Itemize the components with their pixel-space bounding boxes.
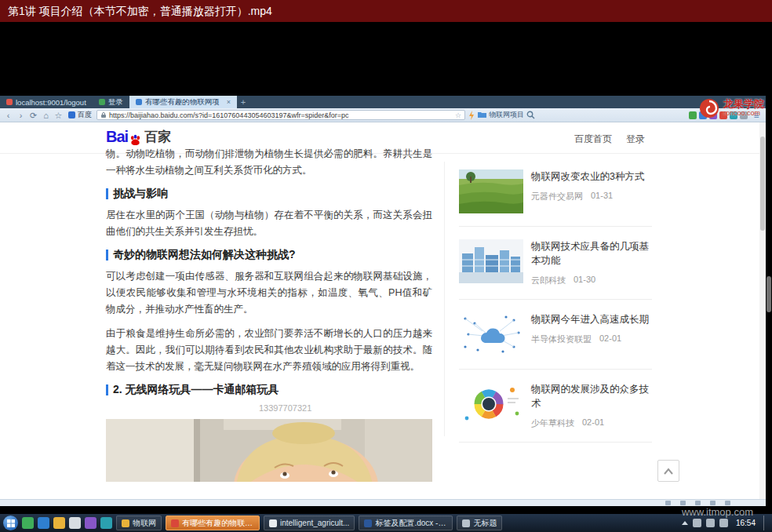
article-photo-child (106, 419, 432, 482)
status-tool-icon[interactable] (725, 501, 730, 505)
browser-status-bar (0, 499, 766, 506)
baidu-bookmark-button[interactable]: 百度 (66, 110, 94, 120)
network-icon[interactable] (719, 519, 728, 527)
new-tab-button[interactable]: + (237, 96, 249, 108)
related-source: 少年草科技 (531, 417, 574, 429)
baidu-bookmark-label: 百度 (78, 110, 92, 120)
article-heading: 奇妙的物联网想法如何解决这种挑战? (106, 248, 432, 262)
related-article-item[interactable]: 物联网改变农业的3种方式 元器件交易网 01-31 (459, 157, 652, 227)
url-text: https://baijiahao.baidu.com/s?id=1610760… (109, 111, 453, 119)
thumb-buildings (459, 239, 523, 283)
taskbar-clock[interactable]: 16:54 (733, 519, 759, 527)
page-scrollbar-thumb[interactable] (760, 137, 765, 231)
address-bar[interactable]: https://baijiahao.baidu.com/s?id=1610760… (96, 110, 465, 120)
browser-window: localhost:9001/logout 登录 有哪些有趣的物联网项 × + … (0, 96, 766, 506)
video-player: 第1讲 项目介绍（本节不加密，普通播放器打开）.mp4 localhost:90… (0, 0, 772, 532)
tab-label: 有哪些有趣的物联网项 (145, 97, 220, 107)
logo-bai-text: Bai (106, 128, 128, 146)
related-title: 物联网的发展涉及的众多技术 (531, 382, 649, 410)
related-articles-sidebar: 物联网改变农业的3种方式 元器件交易网 01-31 (459, 157, 652, 443)
notepad-icon (462, 519, 470, 527)
quick-launch-icon[interactable] (100, 517, 112, 529)
chevron-up-icon (663, 468, 674, 475)
roncoo-swirl-icon (698, 97, 720, 119)
article-paragraph: 物。动物吃植物，而动物们排泄物为植物生长提供必需的肥料。养耕共生是一种将水生动植… (106, 146, 432, 179)
volume-icon[interactable] (706, 519, 715, 527)
status-tool-icon[interactable] (710, 501, 716, 505)
lightning-icon[interactable] (468, 111, 475, 120)
taskbar-item-notepad[interactable]: 无标题 (457, 516, 502, 530)
browser-icon (171, 519, 179, 527)
tab-favicon-icon (136, 99, 142, 105)
taskbar-item-folder[interactable]: 物联网 (116, 516, 162, 530)
input-method-icon[interactable] (693, 519, 701, 527)
heading-accent-bar (106, 188, 108, 199)
windows-taskbar: 物联网 有哪些有趣的物联网项目 intelligent_agricult... … (0, 514, 772, 532)
close-icon[interactable]: × (227, 98, 231, 106)
favorite-star-icon[interactable]: ☆ (53, 109, 64, 122)
quick-launch-icon[interactable] (38, 517, 49, 529)
related-title: 物联网改变农业的3种方式 (531, 169, 649, 184)
related-source: 云郎科技 (531, 275, 566, 286)
roncoo-brand-logo: 龙果学院 roncoo.com (698, 97, 764, 119)
related-article-item[interactable]: 物联网今年进入高速成长期 半导体投资联盟 02-01 (459, 300, 652, 370)
login-link[interactable]: 登录 (626, 133, 645, 146)
bookmark-star-icon[interactable]: ☆ (455, 111, 461, 119)
roncoo-domain: roncoo.com (723, 110, 764, 117)
article-heading: 挑战与影响 (106, 187, 432, 201)
related-date: 02-01 (582, 417, 604, 429)
folder-icon (478, 111, 486, 118)
video-title: 第1讲 项目介绍（本节不加密，普通播放器打开）.mp4 (8, 5, 272, 17)
baidu-home-link[interactable]: 百度首页 (574, 133, 612, 146)
tray-expand-icon[interactable] (682, 521, 688, 525)
itmop-watermark: www.itmop.com (682, 506, 753, 518)
related-date: 01-31 (591, 191, 613, 202)
related-article-item[interactable]: 物联网的发展涉及的众多技术 少年草科技 02-01 (459, 370, 652, 443)
extension-icon[interactable] (689, 111, 697, 119)
refresh-icon[interactable]: ⟳ (28, 109, 38, 122)
start-button[interactable] (3, 516, 18, 530)
browser-tab-bar: localhost:9001/logout 登录 有哪些有趣的物联网项 × + (0, 96, 766, 108)
article-paragraph: 居住在水里的两个王国（动物与植物）存在着不平衡的关系，而这关系会扭曲他们的共生关… (106, 207, 432, 240)
webpage-baijiahao: Bai 百家 百度首页 登录 物。动物吃植物，而动物们排泄物为植物生长提供必需 (0, 122, 766, 499)
tab-localhost[interactable]: localhost:9001/logout (0, 96, 93, 108)
video-scrollbar-thumb[interactable] (767, 276, 771, 312)
page-scrollbar[interactable] (759, 122, 766, 499)
status-tool-icon[interactable] (665, 501, 671, 505)
quick-launch-icon[interactable] (69, 517, 81, 529)
search-icon[interactable] (526, 111, 535, 119)
tab-label: localhost:9001/logout (16, 98, 86, 107)
home-icon[interactable]: ⌂ (41, 109, 51, 122)
bookmark-folder-button[interactable]: 物联网项目 (478, 110, 524, 120)
show-desktop-button[interactable] (763, 516, 769, 530)
back-icon[interactable]: ‹ (3, 109, 13, 122)
baidu-paw-icon (129, 134, 141, 146)
tab-favicon-icon (6, 99, 13, 105)
phone-watermark: 13397707321 (259, 403, 432, 413)
thumb-iot-cloud (459, 312, 523, 356)
article-heading: 2. 无线网络玩具——卡通邮箱玩具 (106, 383, 432, 397)
baidu-baijia-logo[interactable]: Bai 百家 (106, 128, 171, 146)
forward-icon[interactable]: › (16, 109, 26, 122)
heading-accent-bar (106, 250, 108, 261)
tab-article-active[interactable]: 有哪些有趣的物联网项 × (129, 96, 237, 108)
word-icon (364, 519, 372, 527)
bookmark-folder-label: 物联网项目 (489, 110, 524, 120)
tab-favicon-icon (99, 99, 105, 105)
heading-accent-bar (106, 384, 108, 395)
taskbar-item-word[interactable]: 标签及配置.docx - W... (359, 516, 453, 530)
tab-label: 登录 (108, 97, 123, 107)
status-tool-icon[interactable] (680, 501, 686, 505)
related-article-item[interactable]: 物联网技术应具备的几项基本功能 云郎科技 01-30 (459, 227, 652, 300)
status-tool-icon[interactable] (695, 501, 701, 505)
back-to-top-button[interactable] (657, 460, 679, 482)
ide-icon (269, 519, 277, 527)
taskbar-item-browser-active[interactable]: 有哪些有趣的物联网项目 (166, 516, 260, 530)
quick-launch-icon[interactable] (22, 517, 34, 529)
related-source: 半导体投资联盟 (531, 333, 592, 345)
quick-launch-folder-icon[interactable] (53, 517, 65, 529)
thumb-rice-terraces (459, 169, 523, 213)
taskbar-item-ide[interactable]: intelligent_agricult... (264, 516, 355, 530)
tab-login[interactable]: 登录 (93, 96, 129, 108)
quick-launch-icon[interactable] (85, 517, 96, 529)
